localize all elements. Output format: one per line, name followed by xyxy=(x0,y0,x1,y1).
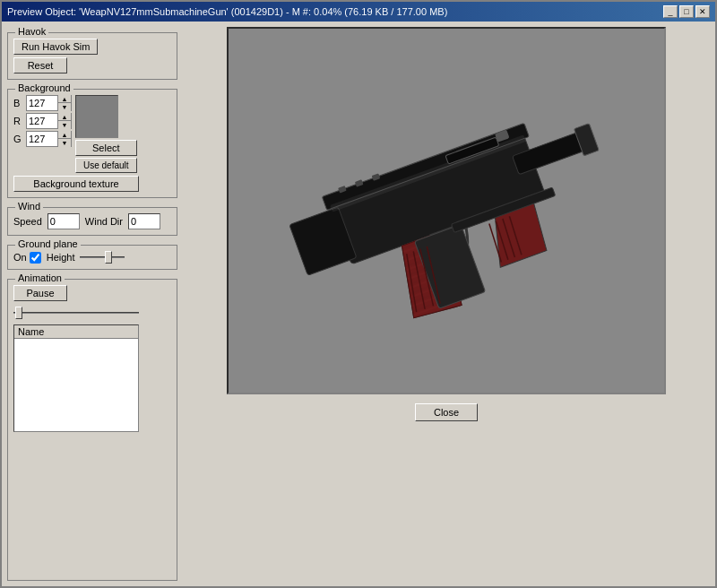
slider-line xyxy=(80,256,125,258)
r-spin-up[interactable]: ▲ xyxy=(58,113,71,121)
pause-button[interactable]: Pause xyxy=(13,285,67,301)
name-list-header: Name xyxy=(14,325,138,339)
wind-dir-label: Wind Dir xyxy=(85,216,123,227)
r-spin-input: 127 ▲ ▼ xyxy=(26,113,72,129)
r-value-input[interactable]: 127 xyxy=(27,114,57,128)
minimize-button[interactable]: _ xyxy=(663,5,678,18)
on-checkbox-wrap: On xyxy=(13,252,41,264)
bg-b-row: B 127 ▲ ▼ xyxy=(13,95,72,111)
havok-section: Run Havok Sim Reset xyxy=(13,39,171,74)
anim-thumb[interactable] xyxy=(15,307,22,319)
window-title: Preview Object: 'WeapNV127mmSubmachineGu… xyxy=(7,6,447,17)
speed-label: Speed xyxy=(13,216,42,227)
slider-thumb[interactable] xyxy=(105,251,112,264)
g-label: G xyxy=(13,134,22,144)
run-havok-sim-button[interactable]: Run Havok Sim xyxy=(13,39,98,55)
havok-label: Havok xyxy=(15,26,48,37)
wind-group: Wind Speed 0 Wind Dir 0 xyxy=(7,207,177,236)
bg-buttons: Select Use default xyxy=(75,140,137,173)
preview-canvas xyxy=(227,27,666,394)
reset-button[interactable]: Reset xyxy=(13,57,67,74)
r-label: R xyxy=(13,116,22,126)
maximize-button[interactable]: □ xyxy=(679,5,694,18)
animation-slider xyxy=(13,305,171,321)
background-texture-button[interactable]: Background texture xyxy=(13,176,139,192)
main-window: Preview Object: 'WeapNV127mmSubmachineGu… xyxy=(0,0,717,588)
ground-plane-label: Ground plane xyxy=(15,238,81,249)
g-spin-input: 127 ▲ ▼ xyxy=(26,131,72,147)
wind-label: Wind xyxy=(15,201,43,212)
g-spin-down[interactable]: ▼ xyxy=(58,139,71,147)
animation-label: Animation xyxy=(15,272,65,283)
close-title-button[interactable]: ✕ xyxy=(695,5,710,18)
g-spin-up[interactable]: ▲ xyxy=(58,131,71,139)
height-label: Height xyxy=(47,252,75,263)
name-list[interactable]: Name xyxy=(13,324,139,432)
b-label: B xyxy=(13,98,22,108)
bg-spinners: B 127 ▲ ▼ xyxy=(13,95,72,147)
color-preview-box xyxy=(75,95,118,138)
b-spin-input: 127 ▲ ▼ xyxy=(26,95,72,111)
anim-line xyxy=(13,312,139,314)
animation-section: Pause Name xyxy=(13,285,171,432)
color-preview-area: Select Use default xyxy=(75,95,137,173)
r-spin-buttons: ▲ ▼ xyxy=(57,113,71,129)
r-spin-down[interactable]: ▼ xyxy=(58,121,71,129)
ground-section: On Height xyxy=(13,251,171,264)
select-button[interactable]: Select xyxy=(75,140,137,156)
background-group: Background B 127 ▲ ▼ xyxy=(7,89,177,198)
g-value-input[interactable]: 127 xyxy=(27,132,57,146)
title-bar-controls: _ □ ✕ xyxy=(663,5,710,18)
bg-r-row: R 127 ▲ ▼ xyxy=(13,113,72,129)
b-spin-buttons: ▲ ▼ xyxy=(57,95,71,111)
close-button[interactable]: Close xyxy=(415,403,478,421)
window-body: Havok Run Havok Sim Reset Background B xyxy=(2,22,715,586)
wind-dir-input[interactable]: 0 xyxy=(128,213,160,229)
havok-group: Havok Run Havok Sim Reset xyxy=(7,32,177,80)
left-panel: Havok Run Havok Sim Reset Background B xyxy=(7,27,177,581)
on-label: On xyxy=(13,252,27,263)
bg-controls-row: B 127 ▲ ▼ xyxy=(13,95,171,173)
title-bar: Preview Object: 'WeapNV127mmSubmachineGu… xyxy=(2,2,715,22)
right-panel: Close xyxy=(183,27,710,581)
bg-g-row: G 127 ▲ ▼ xyxy=(13,131,72,147)
b-spin-down[interactable]: ▼ xyxy=(58,103,71,111)
speed-input[interactable]: 0 xyxy=(48,213,80,229)
anim-track[interactable] xyxy=(13,307,139,319)
background-section: B 127 ▲ ▼ xyxy=(13,95,171,192)
on-checkbox[interactable] xyxy=(30,252,41,264)
b-value-input[interactable]: 127 xyxy=(27,96,57,110)
close-section: Close xyxy=(415,403,478,421)
g-spin-buttons: ▲ ▼ xyxy=(57,131,71,147)
wind-section: Speed 0 Wind Dir 0 xyxy=(13,213,171,229)
b-spin-up[interactable]: ▲ xyxy=(58,95,71,103)
animation-group: Animation Pause Name xyxy=(7,279,177,581)
gun-preview xyxy=(249,49,644,372)
height-slider[interactable] xyxy=(80,251,125,264)
background-label: Background xyxy=(15,82,73,93)
use-default-button[interactable]: Use default xyxy=(75,158,137,173)
ground-plane-group: Ground plane On Height xyxy=(7,245,177,270)
